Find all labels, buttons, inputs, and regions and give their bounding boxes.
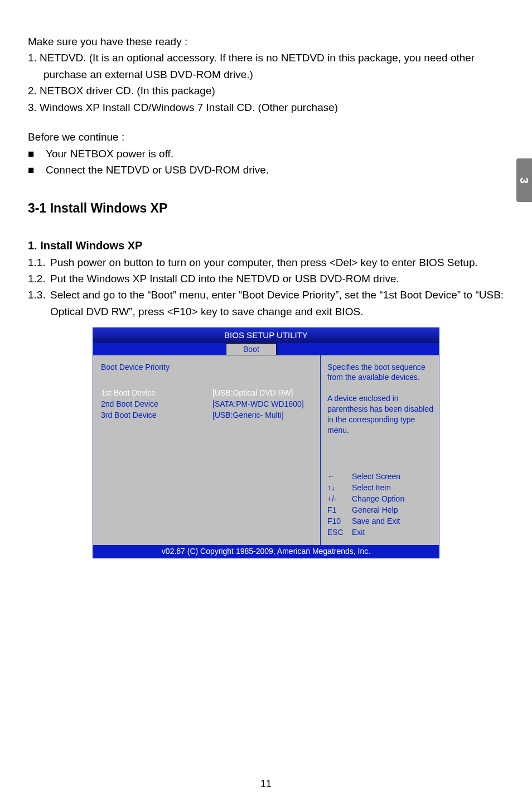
bios-screenshot: BIOS SETUP UTILITY Boot Boot Device Prio… [93,327,439,558]
chapter-side-tab: 3 [516,158,532,202]
before-bullet-2: ■ Connect the NETDVD or USB DVD-ROM driv… [28,162,504,178]
bios-help-keys: ←Select Screen ↑↓Select Item +/-Change O… [327,471,433,538]
page-number: 11 [0,778,532,790]
square-bullet-icon: ■ [28,162,46,178]
square-bullet-icon: ■ [28,146,46,162]
bios-body: Boot Device Priority 1st Boot Device [US… [93,355,439,545]
intro-item-2: 2. NETBOX driver CD. (In this package) [28,83,504,99]
intro-item-3: 3. Windows XP Install CD/Windows 7 Insta… [28,99,504,115]
intro-lead: Make sure you have these ready : [28,33,504,50]
bios-row-value: [USB:Generic- Multi] [212,410,284,421]
bios-row-label: 2nd Boot Device [101,399,212,409]
section-heading: 3-1 Install Windows XP [28,201,504,216]
bios-menubar: Boot [93,343,439,355]
intro-item-1: 1. NETDVD. (It is an optional accessory.… [28,50,504,83]
bios-row-value: [USB:Optical DVD RW] [212,388,293,398]
bios-help-text: Specifies the boot sequence from the ava… [327,362,433,436]
bios-footer: v02.67 (C) Copyright 1985-2009, American… [93,545,439,558]
step-1-1: 1.1. Push power on button to turn on you… [28,254,504,271]
bios-tab-boot[interactable]: Boot [226,343,277,355]
bios-row-2[interactable]: 2nd Boot Device [SATA:PM-WDC WD1600] [101,399,315,409]
bios-left-pane: Boot Device Priority 1st Boot Device [US… [93,355,321,545]
before-bullet-1: ■ Your NETBOX power is off. [28,146,504,162]
bios-row-value: [SATA:PM-WDC WD1600] [212,399,304,409]
before-lead: Before we continue : [28,129,504,145]
bios-row-label: 1st Boot Device [101,388,212,398]
bios-row-3[interactable]: 3rd Boot Device [USB:Generic- Multi] [101,410,315,421]
bios-right-pane: Specifies the boot sequence from the ava… [321,355,439,545]
step-1-3: 1.3. Select and go to the “Boot” menu, e… [28,287,504,320]
bios-row-label: 3rd Boot Device [101,410,212,421]
bios-title: BIOS SETUP UTILITY [93,328,439,343]
chapter-number: 3 [518,177,531,183]
bios-left-header: Boot Device Priority [101,362,315,373]
subsection-heading: 1. Install Windows XP [28,239,504,252]
step-1-2: 1.2. Put the Windows XP Install CD into … [28,271,504,287]
bios-row-1[interactable]: 1st Boot Device [USB:Optical DVD RW] [101,388,315,398]
